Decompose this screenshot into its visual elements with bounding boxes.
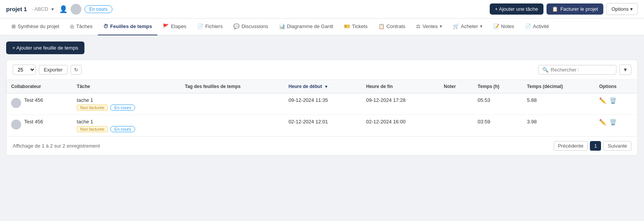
table-toolbar: 25 50 100 Exporter ↻ 🔍 ▼ (7, 60, 637, 80)
export-button[interactable]: Exporter (39, 65, 68, 75)
tab-etapes[interactable]: 🚩 Etapes (157, 18, 192, 35)
synthese-icon: ⊞ (12, 23, 16, 29)
options-chevron-icon: ▾ (630, 6, 633, 12)
tab-fichiers[interactable]: 📄 Fichiers (192, 18, 228, 35)
cell-collaborateur: Test 456 (7, 115, 72, 136)
cell-tache: tache 1 Non facturée En cours (72, 93, 180, 115)
badges: Non facturée En cours (77, 126, 176, 132)
tab-activite[interactable]: 📄 Activité (520, 18, 555, 35)
pagination-bar: Affichage de 1 à 2 sur 2 enregistrement … (7, 136, 637, 155)
avatar (11, 98, 21, 108)
timesheets-table: Collaborateur Tâche Tag des feuilles de … (7, 80, 637, 136)
col-temps-decimal: Temps (décimal) (522, 80, 594, 93)
options-button[interactable]: Options ▾ (606, 3, 638, 15)
cell-tag (180, 115, 284, 136)
cell-noter (439, 93, 473, 115)
nav-tabs: ⊞ Synthèse du projet ◎ Tâches ⏱ Feuilles… (0, 18, 644, 35)
search-input[interactable] (551, 67, 612, 73)
facturer-icon: 📋 (552, 6, 558, 12)
project-dropdown-icon[interactable]: ▾ (51, 7, 54, 12)
task-name: tache 1 (77, 97, 176, 103)
cell-options: ✏️ 🗑️ (594, 115, 637, 136)
add-task-button[interactable]: + Ajouter une tâche (490, 3, 543, 15)
header-bar: projet 1 - ABCD ▾ 👤 En cours + Ajouter u… (0, 0, 644, 18)
col-heure-debut[interactable]: Heure de début ▾ (284, 80, 362, 93)
pagination-controls: Précédente 1 Suivante (554, 141, 631, 151)
tab-feuilles[interactable]: ⏱ Feuilles de temps (98, 18, 157, 35)
ventes-chevron-icon: ▾ (440, 24, 442, 29)
delete-icon[interactable]: 🗑️ (609, 119, 617, 126)
header-left: projet 1 - ABCD ▾ 👤 En cours (6, 4, 112, 15)
filter-button[interactable]: ▼ (619, 65, 631, 75)
etapes-icon: 🚩 (163, 23, 169, 29)
col-tache: Tâche (72, 80, 180, 93)
page-content: + Ajouter une feuille de temps 25 50 100… (0, 35, 644, 162)
tickets-icon: 🎫 (344, 23, 350, 29)
per-page-select[interactable]: 25 50 100 (13, 65, 36, 75)
notes-icon: 📝 (493, 23, 499, 29)
tab-taches[interactable]: ◎ Tâches (64, 18, 98, 35)
table-card: 25 50 100 Exporter ↻ 🔍 ▼ (6, 60, 638, 156)
cell-tache: tache 1 Non facturée En cours (72, 115, 180, 136)
cell-temps-decimal: 5.88 (522, 93, 594, 115)
badge-en-cours: En cours (110, 126, 135, 132)
avatar (11, 120, 21, 130)
cell-temps-decimal: 3.98 (522, 115, 594, 136)
badge-en-cours: En cours (110, 105, 135, 111)
filter-icon: ▼ (623, 67, 628, 73)
cell-heure-fin: 09-12-2024 17:28 (362, 93, 439, 115)
next-page-button[interactable]: Suivante (603, 141, 631, 151)
table-row: Test 456 tache 1 Non facturée En cours 0… (7, 115, 637, 136)
diagramme-icon: 📊 (279, 23, 285, 29)
cell-noter (439, 115, 473, 136)
user-profile-icon[interactable]: 👤 (59, 5, 68, 13)
taches-icon: ◎ (70, 23, 74, 29)
tab-contrats[interactable]: 📋 Contrats (373, 18, 411, 35)
feuilles-icon: ⏱ (103, 23, 108, 29)
tab-tickets[interactable]: 🎫 Tickets (339, 18, 373, 35)
badges: Non facturée En cours (77, 105, 176, 111)
badge-non-facturee: Non facturée (77, 126, 108, 132)
col-options: Options (594, 80, 637, 93)
toolbar-right: 🔍 ▼ (538, 65, 631, 75)
cell-heure-debut: 09-12-2024 11:35 (284, 93, 362, 115)
table-header-row: Collaborateur Tâche Tag des feuilles de … (7, 80, 637, 93)
cell-temps-h: 03:59 (473, 115, 522, 136)
activite-icon: 📄 (525, 23, 531, 29)
contrats-icon: 📋 (378, 23, 385, 29)
sort-icon: ▾ (325, 84, 327, 89)
tab-synthese[interactable]: ⊞ Synthèse du projet (6, 18, 64, 35)
add-feuille-button[interactable]: + Ajouter une feuille de temps (6, 42, 84, 54)
acheter-chevron-icon: ▾ (480, 24, 482, 29)
facturer-button[interactable]: 📋 Facturer le projet (547, 3, 603, 15)
col-collaborateur: Collaborateur (7, 80, 72, 93)
search-icon: 🔍 (542, 67, 548, 73)
discussions-icon: 💬 (233, 23, 239, 29)
pagination-info: Affichage de 1 à 2 sur 2 enregistrement (13, 143, 100, 149)
tab-notes[interactable]: 📝 Notes (488, 18, 520, 35)
header-right: + Ajouter une tâche 📋 Facturer le projet… (490, 3, 638, 15)
tab-acheter[interactable]: 🛒 Acheter ▾ (447, 18, 488, 35)
cell-options: ✏️ 🗑️ (594, 93, 637, 115)
prev-page-button[interactable]: Précédente (554, 141, 588, 151)
current-page-button[interactable]: 1 (590, 141, 601, 151)
toolbar-left: 25 50 100 Exporter ↻ (13, 65, 82, 75)
col-noter: Noter (439, 80, 473, 93)
status-badge[interactable]: En cours (84, 5, 112, 13)
refresh-button[interactable]: ↻ (71, 65, 82, 75)
task-name: tache 1 (77, 119, 176, 125)
col-heure-fin: Heure de fin (362, 80, 439, 93)
cell-tag (180, 93, 284, 115)
tab-diagramme[interactable]: 📊 Diagramme de Gantt (274, 18, 339, 35)
cell-collaborateur: Test 456 (7, 93, 72, 115)
badge-non-facturee: Non facturée (77, 105, 108, 111)
collaborateur-name: Test 456 (24, 119, 43, 125)
tab-ventes[interactable]: ⚖ Ventes ▾ (411, 18, 447, 35)
cell-temps-h: 05:53 (473, 93, 522, 115)
edit-icon[interactable]: ✏️ (599, 97, 606, 104)
ventes-icon: ⚖ (416, 23, 421, 29)
delete-icon[interactable]: 🗑️ (609, 97, 617, 104)
collaborateur-name: Test 456 (24, 97, 43, 103)
tab-discussions[interactable]: 💬 Discussions (228, 18, 273, 35)
edit-icon[interactable]: ✏️ (599, 119, 606, 126)
